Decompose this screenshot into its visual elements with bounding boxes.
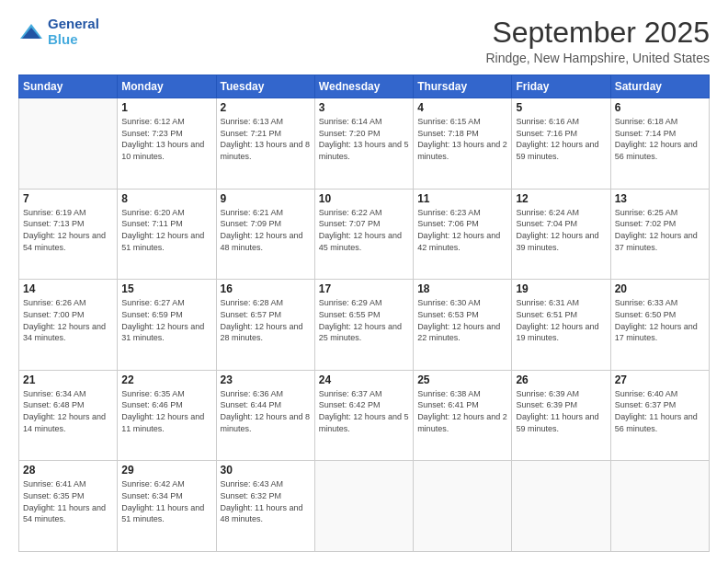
month-title: September 2025 [485,17,710,49]
day-number: 13 [615,192,705,205]
col-sunday: Sunday [19,75,118,98]
day-number: 10 [319,192,409,205]
day-info: Sunrise: 6:27 AMSunset: 6:59 PMDaylight:… [121,297,211,343]
calendar-cell: 19Sunrise: 6:31 AMSunset: 6:51 PMDayligh… [512,280,610,371]
calendar-cell: 18Sunrise: 6:30 AMSunset: 6:53 PMDayligh… [414,280,512,371]
day-number: 29 [121,464,211,477]
day-number: 17 [319,282,409,295]
calendar-week-row: 14Sunrise: 6:26 AMSunset: 7:00 PMDayligh… [19,280,710,371]
day-info: Sunrise: 6:24 AMSunset: 7:04 PMDaylight:… [516,207,606,253]
calendar-cell: 14Sunrise: 6:26 AMSunset: 7:00 PMDayligh… [19,280,118,371]
calendar-cell: 1Sunrise: 6:12 AMSunset: 7:23 PMDaylight… [118,98,216,190]
day-info: Sunrise: 6:39 AMSunset: 6:39 PMDaylight:… [516,388,606,434]
calendar-cell: 27Sunrise: 6:40 AMSunset: 6:37 PMDayligh… [610,370,709,461]
day-info: Sunrise: 6:37 AMSunset: 6:42 PMDaylight:… [319,388,409,434]
day-number: 2 [221,101,311,114]
calendar-cell: 4Sunrise: 6:15 AMSunset: 7:18 PMDaylight… [414,98,512,190]
calendar-cell: 13Sunrise: 6:25 AMSunset: 7:02 PMDayligh… [610,189,709,280]
col-saturday: Saturday [610,75,709,98]
day-number: 26 [516,373,606,386]
day-info: Sunrise: 6:28 AMSunset: 6:57 PMDaylight:… [221,297,311,343]
day-info: Sunrise: 6:42 AMSunset: 6:34 PMDaylight:… [121,478,211,524]
day-info: Sunrise: 6:40 AMSunset: 6:37 PMDaylight:… [615,388,705,434]
calendar-week-row: 1Sunrise: 6:12 AMSunset: 7:23 PMDaylight… [19,98,710,190]
day-info: Sunrise: 6:43 AMSunset: 6:32 PMDaylight:… [221,478,311,524]
calendar-cell: 16Sunrise: 6:28 AMSunset: 6:57 PMDayligh… [216,280,314,371]
calendar-cell: 26Sunrise: 6:39 AMSunset: 6:39 PMDayligh… [512,370,610,461]
day-info: Sunrise: 6:41 AMSunset: 6:35 PMDaylight:… [23,478,113,524]
day-number: 12 [516,192,606,205]
calendar-cell: 12Sunrise: 6:24 AMSunset: 7:04 PMDayligh… [512,189,610,280]
calendar-cell: 15Sunrise: 6:27 AMSunset: 6:59 PMDayligh… [118,280,216,371]
day-info: Sunrise: 6:12 AMSunset: 7:23 PMDaylight:… [121,116,211,162]
day-info: Sunrise: 6:34 AMSunset: 6:48 PMDaylight:… [23,388,113,434]
col-friday: Friday [512,75,610,98]
day-info: Sunrise: 6:20 AMSunset: 7:11 PMDaylight:… [121,207,211,253]
calendar-cell: 11Sunrise: 6:23 AMSunset: 7:06 PMDayligh… [414,189,512,280]
day-info: Sunrise: 6:29 AMSunset: 6:55 PMDaylight:… [319,297,409,343]
calendar-week-row: 28Sunrise: 6:41 AMSunset: 6:35 PMDayligh… [19,461,710,552]
day-info: Sunrise: 6:33 AMSunset: 6:50 PMDaylight:… [615,297,705,343]
calendar-cell [314,461,413,552]
day-info: Sunrise: 6:15 AMSunset: 7:18 PMDaylight:… [417,116,507,162]
day-number: 19 [516,282,606,295]
calendar-cell: 29Sunrise: 6:42 AMSunset: 6:34 PMDayligh… [118,461,216,552]
day-info: Sunrise: 6:14 AMSunset: 7:20 PMDaylight:… [319,116,409,162]
calendar-cell: 20Sunrise: 6:33 AMSunset: 6:50 PMDayligh… [610,280,709,371]
calendar-week-row: 7Sunrise: 6:19 AMSunset: 7:13 PMDaylight… [19,189,710,280]
col-wednesday: Wednesday [314,75,413,98]
day-info: Sunrise: 6:22 AMSunset: 7:07 PMDaylight:… [319,207,409,253]
calendar-cell: 21Sunrise: 6:34 AMSunset: 6:48 PMDayligh… [19,370,118,461]
day-number: 30 [221,464,311,477]
day-number: 16 [221,282,311,295]
logo-line1: General [48,17,99,32]
logo-line2: Blue [48,31,78,47]
calendar-cell: 5Sunrise: 6:16 AMSunset: 7:16 PMDaylight… [512,98,610,190]
logo-icon [18,22,44,42]
calendar-cell: 7Sunrise: 6:19 AMSunset: 7:13 PMDaylight… [19,189,118,280]
day-info: Sunrise: 6:38 AMSunset: 6:41 PMDaylight:… [417,388,507,434]
day-info: Sunrise: 6:25 AMSunset: 7:02 PMDaylight:… [615,207,705,253]
day-number: 4 [417,101,507,114]
calendar-cell: 23Sunrise: 6:36 AMSunset: 6:44 PMDayligh… [216,370,314,461]
title-block: September 2025 Rindge, New Hampshire, Un… [485,17,710,65]
day-number: 24 [319,373,409,386]
day-number: 20 [615,282,705,295]
page: General Blue September 2025 Rindge, New … [0,0,728,563]
day-info: Sunrise: 6:18 AMSunset: 7:14 PMDaylight:… [615,116,705,162]
day-info: Sunrise: 6:35 AMSunset: 6:46 PMDaylight:… [121,388,211,434]
day-number: 6 [615,101,705,114]
day-info: Sunrise: 6:36 AMSunset: 6:44 PMDaylight:… [221,388,311,434]
calendar-cell: 17Sunrise: 6:29 AMSunset: 6:55 PMDayligh… [314,280,413,371]
calendar-cell: 3Sunrise: 6:14 AMSunset: 7:20 PMDaylight… [314,98,413,190]
day-info: Sunrise: 6:23 AMSunset: 7:06 PMDaylight:… [417,207,507,253]
day-number: 8 [121,192,211,205]
calendar-cell: 8Sunrise: 6:20 AMSunset: 7:11 PMDaylight… [118,189,216,280]
logo: General Blue [18,17,99,47]
day-number: 28 [23,464,113,477]
day-info: Sunrise: 6:19 AMSunset: 7:13 PMDaylight:… [23,207,113,253]
day-number: 5 [516,101,606,114]
col-tuesday: Tuesday [216,75,314,98]
day-number: 3 [319,101,409,114]
day-number: 22 [121,373,211,386]
calendar-cell: 9Sunrise: 6:21 AMSunset: 7:09 PMDaylight… [216,189,314,280]
day-number: 18 [417,282,507,295]
calendar-cell: 28Sunrise: 6:41 AMSunset: 6:35 PMDayligh… [19,461,118,552]
day-number: 14 [23,282,113,295]
day-number: 23 [221,373,311,386]
calendar-cell: 10Sunrise: 6:22 AMSunset: 7:07 PMDayligh… [314,189,413,280]
calendar-cell [414,461,512,552]
calendar-header-row: Sunday Monday Tuesday Wednesday Thursday… [19,75,710,98]
day-info: Sunrise: 6:31 AMSunset: 6:51 PMDaylight:… [516,297,606,343]
calendar-cell: 24Sunrise: 6:37 AMSunset: 6:42 PMDayligh… [314,370,413,461]
col-monday: Monday [118,75,216,98]
calendar-cell [610,461,709,552]
header: General Blue September 2025 Rindge, New … [18,17,710,65]
day-number: 21 [23,373,113,386]
day-info: Sunrise: 6:13 AMSunset: 7:21 PMDaylight:… [221,116,311,162]
calendar-week-row: 21Sunrise: 6:34 AMSunset: 6:48 PMDayligh… [19,370,710,461]
col-thursday: Thursday [414,75,512,98]
day-info: Sunrise: 6:21 AMSunset: 7:09 PMDaylight:… [221,207,311,253]
calendar-cell: 6Sunrise: 6:18 AMSunset: 7:14 PMDaylight… [610,98,709,190]
